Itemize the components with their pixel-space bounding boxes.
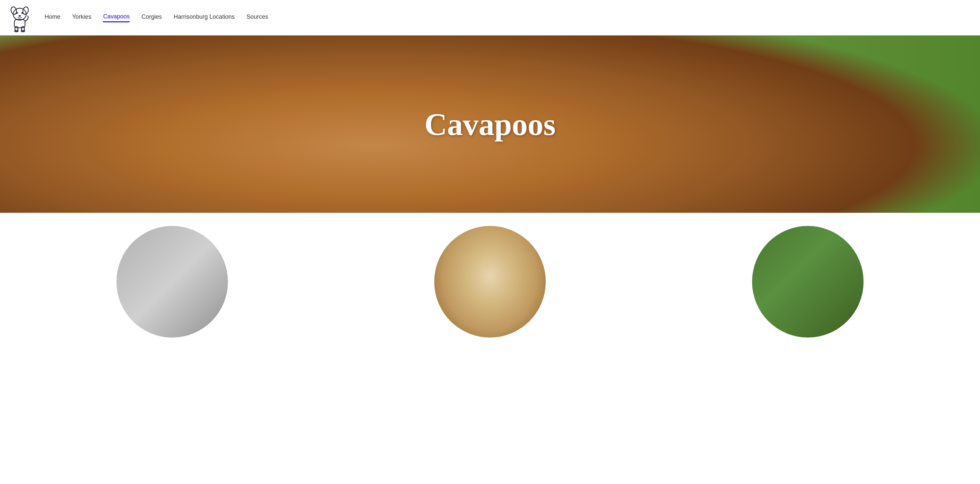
nav-item-cavapoos[interactable]: Cavapoos	[103, 13, 130, 22]
svg-point-1	[10, 6, 18, 15]
nav-item-home[interactable]: Home	[45, 13, 60, 22]
nav-item-corgies[interactable]: Corgies	[142, 13, 162, 22]
svg-rect-8	[21, 27, 24, 31]
circle-image-2	[434, 226, 546, 337]
circle-item-2	[337, 226, 642, 337]
circle-item-3	[655, 226, 960, 337]
dog-logo-icon	[8, 3, 32, 32]
main-nav: Home Yorkies Cavapoos Corgies Harrisonbu…	[45, 0, 268, 35]
circle-image-3	[752, 226, 864, 337]
hero-title: Cavapoos	[425, 106, 555, 142]
circles-section	[0, 213, 980, 337]
svg-point-3	[16, 12, 18, 13]
svg-point-2	[22, 6, 29, 15]
circle-item-1	[20, 226, 325, 337]
site-header: Home Yorkies Cavapoos Corgies Harrisonbu…	[0, 0, 980, 35]
svg-rect-7	[15, 27, 18, 31]
nav-item-sources[interactable]: Sources	[247, 13, 268, 22]
svg-point-4	[21, 12, 23, 13]
svg-point-5	[18, 15, 21, 17]
nav-item-yorkies[interactable]: Yorkies	[72, 13, 91, 22]
circle-image-1	[116, 226, 228, 337]
nav-item-harrisonburg[interactable]: Harrisonburg Locations	[173, 13, 234, 22]
logo[interactable]	[8, 3, 32, 32]
hero-section: Cavapoos	[0, 35, 980, 213]
